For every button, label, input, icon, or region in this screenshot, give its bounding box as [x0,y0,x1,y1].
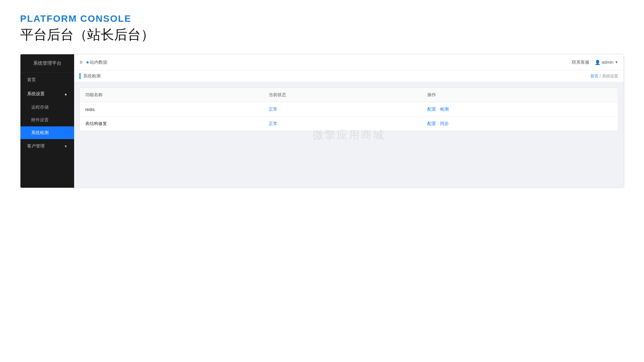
sidebar-item-home[interactable]: 首页 [20,73,74,87]
sidebar-item-customer-management[interactable]: 客户管理 ▼ [20,139,74,153]
breadcrumb-path: 首页 / 系统设置 [590,73,618,79]
admin-user-menu[interactable]: 👤 admin ▼ [595,60,618,65]
table-row: 表结构修复 正常 配置 同步 [80,117,618,131]
sidebar: 系统管理平台 首页 系统设置 ▲ 远程存储 附件设置 系统检测 客户管理 ▼ [20,54,74,188]
breadcrumb-section-label: 系统设置 [602,73,618,79]
system-check-label: 系统检测 [31,130,49,136]
content-inner: 功能名称 当前状态 操作 redis 正常 配置 [74,82,624,188]
row-2-status: 正常 [263,117,422,131]
sidebar-system-settings-label: 系统设置 [27,91,45,97]
row-2-actions: 配置 同步 [422,117,618,131]
page-title-area: PLATFORM CONSOLE 平台后台（站长后台） [0,0,644,54]
sidebar-menu: 首页 系统设置 ▲ 远程存储 附件设置 系统检测 客户管理 ▼ [20,73,74,188]
col-operations: 操作 [422,88,618,102]
content-area: ≡ 站内数据 联系客服 👤 admin ▼ 系统检测 首页 [74,54,624,188]
col-function-name: 功能名称 [80,88,263,102]
customer-management-label: 客户管理 [27,143,45,149]
nav-dot-icon [87,61,89,63]
admin-username-label: admin [602,60,613,65]
nav-station-data-label: 站内数据 [90,59,107,65]
sidebar-item-system-settings[interactable]: 系统设置 ▲ [20,87,74,101]
row-1-name: redis [80,102,263,117]
remote-storage-label: 远程存储 [31,105,49,110]
page-title-en: PLATFORM CONSOLE [20,13,624,24]
top-bar-right: 联系客服 👤 admin ▼ [572,59,618,65]
top-bar: ≡ 站内数据 联系客服 👤 admin ▼ [74,54,624,70]
sidebar-title: 系统管理平台 [20,54,74,73]
sidebar-item-remote-storage[interactable]: 远程存储 [20,101,74,114]
contact-service-link[interactable]: 联系客服 [572,59,589,65]
breadcrumb-current-label: 系统检测 [83,73,101,79]
top-bar-left: ≡ 站内数据 [79,59,107,65]
col-current-status: 当前状态 [263,88,422,102]
breadcrumb-current: 系统检测 [79,73,101,79]
system-check-table: 功能名称 当前状态 操作 redis 正常 配置 [80,88,618,131]
row-1-action-config[interactable]: 配置 [427,107,436,112]
table-header-row: 功能名称 当前状态 操作 [80,88,618,102]
table-row: redis 正常 配置 检测 [80,102,618,117]
nav-station-data[interactable]: 站内数据 [87,59,107,65]
breadcrumb-bar: 系统检测 首页 / 系统设置 [74,70,624,82]
menu-toggle-icon[interactable]: ≡ [79,59,83,65]
status-badge-2: 正常 [269,121,277,126]
sidebar-item-system-check[interactable]: 系统检测 [20,126,74,139]
sidebar-home-label: 首页 [27,77,36,83]
row-2-action-config[interactable]: 配置 [427,121,436,126]
customer-management-arrow: ▼ [64,144,67,148]
main-wrapper: 系统管理平台 首页 系统设置 ▲ 远程存储 附件设置 系统检测 客户管理 ▼ [20,54,624,188]
row-2-action-sync[interactable]: 同步 [440,121,449,126]
row-1-action-check[interactable]: 检测 [440,107,449,112]
attachment-settings-label: 附件设置 [31,117,49,122]
breadcrumb-home-link[interactable]: 首页 [590,73,598,79]
admin-avatar-icon: 👤 [595,60,600,65]
row-1-actions: 配置 检测 [422,102,618,117]
admin-dropdown-arrow: ▼ [615,60,618,64]
row-1-status: 正常 [263,102,422,117]
table-container: 功能名称 当前状态 操作 redis 正常 配置 [79,87,618,131]
page-title-zh: 平台后台（站长后台） [20,25,624,44]
sidebar-item-attachment-settings[interactable]: 附件设置 [20,114,74,126]
row-2-name: 表结构修复 [80,117,263,131]
system-settings-arrow: ▲ [64,92,67,96]
status-badge-1: 正常 [269,107,277,112]
breadcrumb-separator: / [600,74,601,78]
